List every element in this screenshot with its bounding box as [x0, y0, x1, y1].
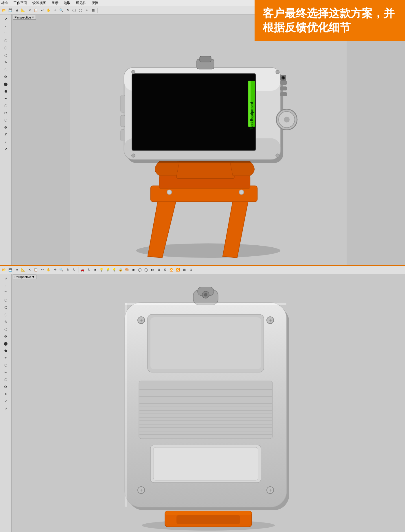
lt-close[interactable]: ✗ — [2, 131, 10, 138]
blt-circle[interactable]: ◌ — [2, 326, 10, 333]
bt-hand[interactable]: ✋ — [46, 267, 51, 273]
blt-arrow[interactable]: ↗ — [2, 405, 10, 412]
circle2-icon[interactable]: ◯ — [78, 8, 83, 13]
lt-dim[interactable]: ✎ — [2, 59, 10, 66]
bt-settings2[interactable]: ⚙ — [162, 267, 168, 273]
bottom-3d-viewport[interactable] — [12, 274, 405, 532]
menu-view-settings[interactable]: 设置视图 — [32, 1, 46, 5]
bt-reload[interactable]: ↻ — [86, 267, 92, 273]
bt-car[interactable]: 🚗 — [80, 267, 85, 273]
blt-settings[interactable]: ⚙ — [2, 383, 10, 390]
lt-check[interactable]: ✓ — [2, 138, 10, 145]
bt-plus[interactable]: ⊞ — [181, 267, 187, 273]
blt-select[interactable]: ↗ — [2, 275, 10, 282]
bt-c1[interactable]: ◉ — [92, 267, 98, 273]
lt-gear[interactable]: ⚙ — [2, 124, 10, 131]
move-icon[interactable]: ✛ — [52, 8, 58, 13]
blt-close[interactable]: ✗ — [2, 391, 10, 398]
menu-transform[interactable]: 变换 — [91, 1, 98, 5]
delete-icon[interactable]: ✕ — [27, 8, 32, 13]
menu-workplane[interactable]: 工作平面 — [13, 1, 27, 5]
bt-sphere3[interactable]: ◯ — [143, 267, 149, 273]
lt-dot[interactable]: ⬤ — [2, 81, 10, 88]
bt-prop[interactable]: 📐 — [20, 267, 26, 273]
rotate-icon[interactable]: ↻ — [65, 8, 71, 13]
bt-undo[interactable]: ↩ — [39, 267, 45, 273]
bt-del[interactable]: ✕ — [27, 267, 32, 273]
bt-rot2[interactable]: ↻ — [71, 267, 77, 273]
circle1-icon[interactable]: ◯ — [71, 8, 77, 13]
bt-copy[interactable]: 📋 — [33, 267, 39, 273]
lt-arrow[interactable]: ↗ — [2, 146, 10, 153]
menu-select[interactable]: 选取 — [64, 1, 71, 5]
bt-light3[interactable]: 💡 — [111, 267, 117, 273]
grid-icon[interactable]: ▦ — [90, 8, 96, 13]
bt-save[interactable]: 💾 — [8, 267, 13, 273]
bottom-viewport-label[interactable]: Perspective ▼ — [13, 275, 36, 279]
lt-hex[interactable]: ⬡ — [2, 102, 10, 109]
menu-display[interactable]: 显示 — [51, 1, 58, 5]
top-3d-viewport[interactable]: Test Equipment — [12, 14, 405, 265]
svg-point-19 — [284, 117, 290, 123]
blt-box[interactable]: ⬡ — [2, 376, 10, 383]
bt-zoom[interactable]: 🔍 — [58, 267, 64, 273]
bt-minus[interactable]: ⊟ — [188, 267, 194, 273]
print-icon[interactable]: 🖨 — [14, 8, 20, 13]
bt-light1[interactable]: 💡 — [99, 267, 104, 273]
lt-pen[interactable]: ✒ — [2, 95, 10, 102]
lt-poly[interactable]: ⬟ — [2, 88, 10, 95]
bt-arrows[interactable]: 🔀 — [169, 267, 174, 273]
copy-icon[interactable]: 📋 — [33, 8, 39, 13]
lt-point[interactable]: · — [2, 23, 10, 30]
bt-sphere2[interactable]: ◯ — [137, 267, 143, 273]
lt-select[interactable]: ↗ — [2, 16, 10, 23]
menu-visibility[interactable]: 可见性 — [76, 1, 86, 5]
bt-grid[interactable]: ▦ — [156, 267, 162, 273]
lt-curve[interactable]: ⌒ — [2, 30, 10, 37]
blt-check[interactable]: ✓ — [2, 398, 10, 405]
bt-color[interactable]: 🎨 — [124, 267, 130, 273]
blt-cut[interactable]: ✂ — [2, 369, 10, 376]
bt-print[interactable]: 🖨 — [14, 267, 20, 273]
bt-half[interactable]: ◐ — [150, 267, 155, 273]
blt-gear[interactable]: ⚙ — [2, 333, 10, 340]
lt-settings[interactable]: ⚙ — [2, 73, 10, 80]
menu-standard[interactable]: 标准 — [1, 1, 8, 5]
blt-curve[interactable]: ⌒ — [2, 290, 10, 296]
blt-mesh[interactable]: ◌ — [2, 311, 10, 318]
blt-solid[interactable]: ⬡ — [2, 304, 10, 311]
undo2-icon[interactable]: ↩ — [84, 8, 90, 13]
pan-icon[interactable]: ✋ — [46, 8, 51, 13]
bt-move[interactable]: ✛ — [52, 267, 58, 273]
blt-point[interactable]: · — [2, 282, 10, 289]
lt-circle-tool[interactable]: ◌ — [2, 66, 10, 73]
blt-hex[interactable]: ⬡ — [2, 362, 10, 369]
bt-sphere[interactable]: ◉ — [130, 267, 136, 273]
bt-light2[interactable]: 💡 — [105, 267, 111, 273]
lt-box[interactable]: ⬡ — [2, 117, 10, 124]
save-icon[interactable]: 💾 — [8, 8, 13, 13]
blt-dim[interactable]: ✎ — [2, 318, 10, 325]
svg-rect-79 — [125, 303, 286, 305]
bt-lock[interactable]: 🔒 — [118, 267, 124, 273]
lt-solid[interactable]: ⬡ — [2, 45, 10, 51]
zoom-icon[interactable]: 🔍 — [58, 8, 64, 13]
blt-pen[interactable]: ✒ — [2, 355, 10, 362]
blt-poly[interactable]: ⬟ — [2, 347, 10, 354]
bt-rot1[interactable]: ↻ — [65, 267, 71, 273]
svg-point-33 — [239, 190, 244, 194]
open-icon[interactable]: 📂 — [1, 8, 7, 13]
properties-icon[interactable]: 📐 — [20, 8, 26, 13]
lt-cut[interactable]: ✂ — [2, 110, 10, 116]
lt-mesh[interactable]: ◌ — [2, 52, 10, 59]
top-viewport-label[interactable]: Perspective ▼ — [13, 15, 36, 20]
undo-icon[interactable]: ↩ — [39, 8, 45, 13]
svg-rect-4 — [176, 161, 234, 179]
bt-arrows2[interactable]: 🔀 — [175, 267, 181, 273]
bt-open[interactable]: 📂 — [1, 267, 7, 273]
lt-surface[interactable]: ⬡ — [2, 37, 10, 44]
blt-surface[interactable]: ⬡ — [2, 297, 10, 304]
svg-rect-78 — [125, 303, 127, 507]
svg-point-26 — [276, 70, 279, 74]
blt-dot[interactable]: ⬤ — [2, 340, 10, 347]
